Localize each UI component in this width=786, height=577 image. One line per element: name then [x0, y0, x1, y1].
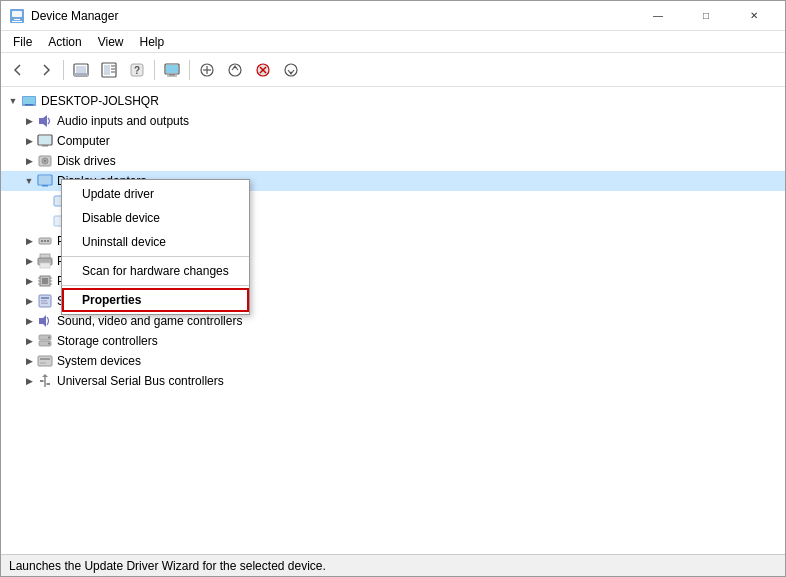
title-bar: Device Manager — □ ✕: [1, 1, 785, 31]
svg-rect-16: [169, 74, 175, 76]
maximize-button[interactable]: □: [683, 1, 729, 31]
ports-icon: [37, 233, 53, 249]
status-text: Launches the Update Driver Wizard for th…: [9, 559, 326, 573]
back-button[interactable]: [5, 57, 31, 83]
audio-label: Audio inputs and outputs: [57, 114, 189, 128]
svg-point-65: [48, 337, 50, 339]
svg-rect-68: [40, 358, 50, 360]
svg-marker-31: [39, 115, 47, 127]
sound-expand: ▶: [21, 313, 37, 329]
usb-label: Universal Serial Bus controllers: [57, 374, 224, 388]
svg-rect-15: [166, 65, 178, 73]
tree-item-storage[interactable]: ▶ Storage controllers: [1, 331, 785, 351]
ctx-separator-2: [62, 285, 249, 286]
tree-root[interactable]: ▼ DESKTOP-JOLSHQR: [1, 91, 785, 111]
storage-label: Storage controllers: [57, 334, 158, 348]
svg-rect-3: [12, 21, 22, 22]
ctx-separator-1: [62, 256, 249, 257]
toolbar-separator-3: [189, 60, 190, 80]
tree-item-computer[interactable]: ▶ Computer: [1, 131, 785, 151]
usb-icon: [37, 373, 53, 389]
storage-expand: ▶: [21, 333, 37, 349]
ports-expand: ▶: [21, 233, 37, 249]
ctx-uninstall-device[interactable]: Uninstall device: [62, 230, 249, 254]
device-manager-window: Device Manager — □ ✕ File Action View He…: [0, 0, 786, 577]
svg-marker-22: [233, 65, 237, 68]
main-area: ▼ DESKTOP-JOLSHQR ▶: [1, 87, 785, 554]
svg-rect-67: [38, 356, 52, 366]
svg-marker-62: [39, 315, 46, 327]
tree-item-disk[interactable]: ▶ Disk drives: [1, 151, 785, 171]
window-title: Device Manager: [31, 9, 635, 23]
svg-rect-39: [39, 176, 51, 184]
svg-rect-1: [12, 11, 22, 17]
usb-expand: ▶: [21, 373, 37, 389]
ctx-properties[interactable]: Properties: [62, 288, 249, 312]
root-expand-arrow: ▼: [5, 93, 21, 109]
computer-expand: ▶: [21, 133, 37, 149]
computer-icon: [37, 133, 53, 149]
ctx-disable-device[interactable]: Disable device: [62, 206, 249, 230]
svg-point-46: [47, 240, 49, 242]
show-hidden-button[interactable]: [68, 57, 94, 83]
disk-label: Disk drives: [57, 154, 116, 168]
svg-point-44: [41, 240, 43, 242]
root-icon: [21, 93, 37, 109]
tree-item-audio[interactable]: ▶ Audio inputs and outputs: [1, 111, 785, 131]
help-button[interactable]: ?: [124, 57, 150, 83]
svg-rect-49: [40, 263, 50, 268]
status-bar: Launches the Update Driver Wizard for th…: [1, 554, 785, 576]
rollback-button[interactable]: [278, 57, 304, 83]
svg-rect-11: [111, 71, 115, 73]
menu-file[interactable]: File: [5, 33, 40, 51]
svg-rect-61: [41, 303, 48, 305]
menu-bar: File Action View Help: [1, 31, 785, 53]
svg-rect-29: [23, 97, 35, 104]
audio-expand: ▶: [21, 113, 37, 129]
svg-rect-9: [111, 65, 115, 67]
menu-help[interactable]: Help: [132, 33, 173, 51]
close-button[interactable]: ✕: [731, 1, 777, 31]
properties-panel-button[interactable]: [96, 57, 122, 83]
menu-action[interactable]: Action: [40, 33, 89, 51]
ctx-scan[interactable]: Scan for hardware changes: [62, 259, 249, 283]
context-menu: Update driver Disable device Uninstall d…: [61, 179, 250, 315]
remove-button[interactable]: [250, 57, 276, 83]
svg-marker-27: [289, 72, 293, 75]
disk-icon: [37, 153, 53, 169]
disk-expand: ▶: [21, 153, 37, 169]
window-controls: — □ ✕: [635, 1, 777, 31]
ctx-update-driver[interactable]: Update driver: [62, 182, 249, 206]
tree-item-usb[interactable]: ▶ Universal Serial Bus controllers: [1, 371, 785, 391]
svg-rect-17: [167, 75, 177, 76]
svg-rect-69: [40, 362, 46, 364]
update-button[interactable]: [222, 57, 248, 83]
system-icon: [37, 353, 53, 369]
forward-button[interactable]: [33, 57, 59, 83]
svg-point-66: [48, 343, 50, 345]
sound-icon: [37, 313, 53, 329]
svg-point-45: [44, 240, 46, 242]
system-expand: ▶: [21, 353, 37, 369]
svg-rect-51: [42, 278, 48, 284]
svg-point-37: [44, 160, 46, 162]
svg-rect-60: [41, 300, 47, 302]
svg-rect-6: [74, 73, 88, 76]
tree-item-system[interactable]: ▶ System devices: [1, 351, 785, 371]
svg-rect-33: [39, 136, 51, 144]
svg-marker-71: [42, 374, 48, 377]
minimize-button[interactable]: —: [635, 1, 681, 31]
software-expand: ▶: [21, 293, 37, 309]
system-label: System devices: [57, 354, 141, 368]
svg-rect-40: [42, 185, 48, 187]
processors-icon: [37, 273, 53, 289]
gpu1-expand: [37, 193, 53, 209]
display-expand: ▼: [21, 173, 37, 189]
monitor-button[interactable]: [159, 57, 185, 83]
scan-button[interactable]: [194, 57, 220, 83]
computer-label: Computer: [57, 134, 110, 148]
print-icon: [37, 253, 53, 269]
storage-icon: [37, 333, 53, 349]
menu-view[interactable]: View: [90, 33, 132, 51]
root-label: DESKTOP-JOLSHQR: [41, 94, 159, 108]
